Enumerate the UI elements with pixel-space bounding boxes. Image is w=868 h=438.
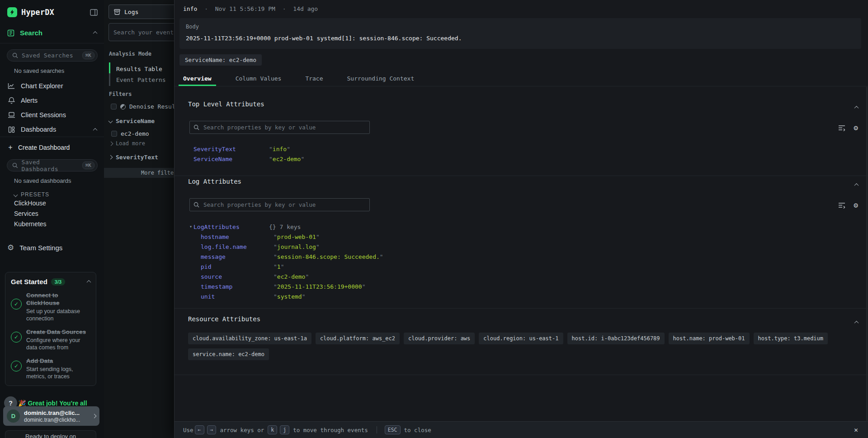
- attribute-value[interactable]: journal.log: [274, 243, 320, 250]
- presets-label: PRESETS: [21, 191, 49, 198]
- filters-label: Filters: [109, 91, 132, 97]
- resource-tag[interactable]: cloud.provider: aws: [404, 333, 475, 344]
- resource-tag[interactable]: host.id: i-0abc123def456789: [567, 333, 665, 344]
- tab-overview[interactable]: Overview: [179, 72, 216, 86]
- resource-tags: cloud.availability_zone: us-east-1a clou…: [188, 333, 856, 360]
- sidebar-search-label: Search: [20, 29, 42, 37]
- filter-group-severitytext[interactable]: SeverityText: [109, 154, 158, 161]
- detail-tabs: Overview Column Values Trace Surrounding…: [175, 72, 868, 86]
- collapse-sidebar-icon[interactable]: [90, 9, 98, 16]
- nav-label: Dashboards: [21, 126, 56, 133]
- resource-tag[interactable]: cloud.availability_zone: us-east-1a: [188, 333, 311, 344]
- attribute-value[interactable]: info: [269, 146, 290, 152]
- check-circle-icon: ✓: [11, 361, 22, 371]
- collapse-section-icon[interactable]: [855, 180, 858, 188]
- chevron-up-icon[interactable]: [93, 128, 98, 132]
- attribute-value[interactable]: 1: [274, 263, 284, 270]
- chevron-right-icon: [92, 414, 97, 419]
- resource-tag[interactable]: host.type: t3.medium: [754, 333, 828, 344]
- attribute-value[interactable]: prod-web-01: [274, 233, 320, 240]
- create-dashboard-button[interactable]: + Create Dashboard: [7, 142, 97, 153]
- tab-column-values[interactable]: Column Values: [231, 72, 286, 86]
- k-key: k: [268, 425, 277, 434]
- sidebar-item-chart-explorer[interactable]: Chart Explorer: [0, 79, 104, 93]
- no-saved-dashboards-text: No saved dashboards: [14, 177, 97, 184]
- attribute-key[interactable]: SeverityText: [193, 146, 236, 152]
- get-started-title: Get Started: [11, 278, 47, 286]
- tab-surrounding-context[interactable]: Surrounding Context: [343, 72, 419, 86]
- load-more-button[interactable]: Load more: [109, 140, 145, 147]
- nav-label: Client Sessions: [21, 111, 66, 119]
- attribute-key[interactable]: pid: [201, 263, 211, 270]
- service-name-tag[interactable]: ServiceName: ec2-demo: [179, 54, 262, 66]
- sidebar-item-search[interactable]: Search: [7, 29, 97, 43]
- get-started-header[interactable]: Get Started 3/3: [11, 278, 90, 286]
- resource-tag[interactable]: cloud.region: us-east-1: [479, 333, 563, 344]
- tab-trace[interactable]: Trace: [301, 72, 327, 86]
- attribute-key[interactable]: source: [201, 273, 222, 280]
- resource-tag[interactable]: service.name: ec2-demo: [188, 348, 269, 360]
- get-started-item[interactable]: ✓ Connect to ClickHouse Set up your data…: [11, 291, 90, 322]
- attribute-value[interactable]: 2025-11-11T23:56:19+0000: [274, 283, 366, 290]
- collapse-section-icon[interactable]: [855, 102, 858, 111]
- logs-source-icon: [114, 9, 120, 15]
- footer-text: Use: [183, 427, 193, 433]
- nav-label: Chart Explorer: [21, 82, 63, 90]
- wrap-text-icon[interactable]: [838, 124, 846, 131]
- hyperdx-logo-icon[interactable]: [7, 7, 17, 17]
- deploy-banner[interactable]: Ready to deploy on: [5, 430, 96, 438]
- saved-dashboards-input[interactable]: Saved Dashboards ⌘K: [7, 159, 98, 171]
- filter-group-servicename[interactable]: ServiceName: [109, 118, 155, 124]
- service-checkbox[interactable]: [111, 131, 117, 137]
- resource-tag[interactable]: host.name: prod-web-01: [669, 333, 750, 344]
- get-started-progress-badge: 3/3: [51, 278, 65, 286]
- attribute-row: message session-846.scope: Succeeded.: [175, 253, 868, 263]
- preset-clickhouse[interactable]: ClickHouse: [0, 198, 104, 208]
- gear-icon[interactable]: ⚙: [854, 201, 858, 209]
- section-title-log-attributes: Log Attributes: [188, 178, 241, 185]
- denoise-checkbox[interactable]: [111, 104, 117, 110]
- sidebar-item-alerts[interactable]: Alerts: [0, 93, 104, 108]
- resource-tag[interactable]: cloud.platform: aws_ec2: [316, 333, 400, 344]
- preset-services[interactable]: Services: [0, 208, 104, 219]
- collapse-tree-icon[interactable]: ▾: [189, 224, 192, 229]
- attribute-value[interactable]: ec2-demo: [274, 273, 309, 280]
- app-title: HyperDX: [21, 8, 54, 17]
- attribute-value[interactable]: systemd: [274, 293, 305, 300]
- saved-searches-input[interactable]: Saved Searches ⌘K: [7, 49, 98, 62]
- attribute-row: log.file.name journal.log: [175, 243, 868, 253]
- attribute-value[interactable]: ec2-demo: [269, 156, 304, 162]
- log-attributes-search-input[interactable]: [189, 198, 370, 211]
- attribute-key[interactable]: ServiceName: [193, 156, 232, 162]
- get-started-item[interactable]: ✓ Create Data Sources Configure where yo…: [11, 328, 90, 351]
- get-started-item[interactable]: ✓ Add Data Start sending logs, metrics, …: [11, 357, 90, 380]
- collapse-section-icon[interactable]: [855, 317, 858, 326]
- chevron-right-icon: [108, 155, 113, 160]
- sidebar: HyperDX Search Saved Searches ⌘K No save…: [0, 0, 104, 438]
- top-level-search-input[interactable]: [189, 121, 370, 134]
- get-started-item-desc: Configure where your data comes from: [26, 337, 90, 351]
- gear-icon[interactable]: ⚙: [854, 124, 858, 132]
- sidebar-item-team-settings[interactable]: ⚙ Team Settings: [7, 241, 97, 254]
- scrollbar[interactable]: [866, 87, 868, 421]
- attribute-key[interactable]: unit: [201, 293, 215, 300]
- search-section-icon: [7, 29, 14, 37]
- attribute-value[interactable]: session-846.scope: Succeeded.: [274, 253, 383, 260]
- search-icon: [12, 52, 18, 58]
- preset-kubernetes[interactable]: Kubernetes: [0, 219, 104, 229]
- close-icon[interactable]: ✕: [854, 426, 858, 434]
- filter-option-ec2-demo[interactable]: ec2-demo: [111, 130, 149, 137]
- check-circle-icon: ✓: [11, 332, 22, 343]
- attribute-key[interactable]: timestamp: [201, 283, 232, 290]
- wrap-text-icon[interactable]: [838, 202, 846, 209]
- attribute-key[interactable]: LogAttributes: [193, 224, 240, 230]
- sidebar-item-dashboards[interactable]: Dashboards: [0, 122, 104, 137]
- sidebar-item-client-sessions[interactable]: Client Sessions: [0, 108, 104, 122]
- user-menu[interactable]: D dominic.tran@clic... dominic.tran@clic…: [3, 406, 99, 426]
- attribute-key[interactable]: message: [201, 253, 226, 260]
- chevron-up-icon[interactable]: [93, 31, 98, 36]
- chevron-up-icon[interactable]: [87, 280, 91, 285]
- attribute-key[interactable]: log.file.name: [201, 243, 247, 250]
- presets-toggle[interactable]: PRESETS: [14, 191, 97, 198]
- attribute-key[interactable]: hostname: [201, 233, 229, 240]
